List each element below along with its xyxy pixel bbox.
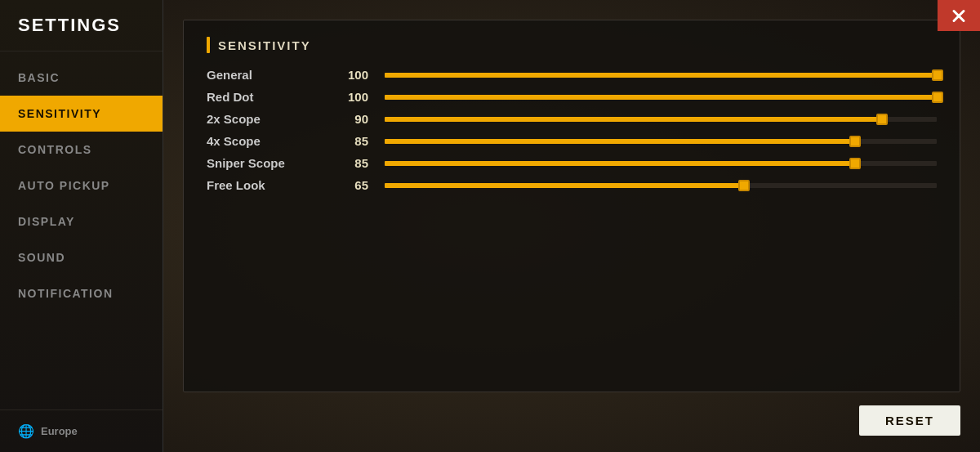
slider-track-wrap-4[interactable] [385, 157, 937, 170]
sidebar-nav: BASICSENSITIVITYCONTROLSAUTO PICKUPDISPL… [0, 51, 163, 409]
slider-track-3 [385, 139, 937, 144]
slider-track-2 [385, 117, 937, 122]
slider-fill-3 [385, 139, 854, 144]
slider-row-4: Sniper Scope85 [207, 156, 937, 170]
bottom-bar: RESET [183, 405, 960, 436]
slider-value-5: 65 [337, 178, 368, 192]
sidebar-item-display[interactable]: DISPLAY [0, 204, 163, 239]
slider-label-1: Red Dot [207, 90, 321, 104]
slider-track-wrap-2[interactable] [385, 113, 937, 126]
slider-value-1: 100 [337, 90, 368, 104]
panel-title: SENSITIVITY [218, 38, 311, 52]
slider-track-wrap-1[interactable] [385, 91, 937, 104]
slider-thumb-0[interactable] [932, 69, 943, 81]
slider-thumb-3[interactable] [849, 136, 861, 147]
slider-row-5: Free Look65 [207, 178, 937, 192]
slider-row-2: 2x Scope90 [207, 112, 937, 126]
slider-label-4: Sniper Scope [207, 156, 321, 170]
slider-fill-4 [385, 161, 854, 166]
sidebar-item-basic[interactable]: BASIC [0, 60, 163, 96]
close-button[interactable] [938, 0, 980, 31]
reset-button[interactable]: RESET [859, 405, 960, 436]
panel-header-bar [207, 37, 210, 53]
sidebar-item-sensitivity[interactable]: SENSITIVITY [0, 96, 163, 132]
slider-track-0 [385, 73, 937, 78]
slider-track-4 [385, 161, 937, 166]
panel-header: SENSITIVITY [207, 37, 937, 53]
sidebar-item-auto-pickup[interactable]: AUTO PICKUP [0, 168, 163, 204]
slider-row-0: General100 [207, 68, 937, 82]
sidebar-item-notification[interactable]: NOTIFICATION [0, 275, 163, 311]
slider-label-0: General [207, 68, 321, 82]
sidebar-item-controls[interactable]: CONTROLS [0, 132, 163, 168]
slider-thumb-4[interactable] [849, 158, 861, 169]
slider-label-2: 2x Scope [207, 112, 321, 126]
slider-track-wrap-0[interactable] [385, 69, 937, 82]
slider-fill-2 [385, 117, 881, 122]
slider-label-5: Free Look [207, 178, 321, 192]
settings-title: SETTINGS [0, 0, 163, 51]
slider-fill-5 [385, 183, 743, 188]
slider-row-1: Red Dot100 [207, 90, 937, 104]
region-label: Europe [41, 425, 78, 437]
globe-icon: 🌐 [18, 423, 34, 439]
sidebar-footer: 🌐 Europe [0, 409, 163, 452]
slider-track-wrap-3[interactable] [385, 135, 937, 148]
slider-track-wrap-5[interactable] [385, 179, 937, 192]
slider-thumb-1[interactable] [932, 92, 943, 103]
slider-fill-1 [385, 95, 937, 100]
settings-panel: SENSITIVITY General100Red Dot1002x Scope… [183, 20, 960, 392]
slider-row-3: 4x Scope85 [207, 134, 937, 148]
slider-track-1 [385, 95, 937, 100]
slider-thumb-2[interactable] [876, 114, 888, 125]
slider-value-0: 100 [337, 68, 368, 82]
sidebar-item-sound[interactable]: SOUND [0, 239, 163, 275]
slider-value-2: 90 [337, 112, 368, 126]
main-content: SENSITIVITY General100Red Dot1002x Scope… [163, 0, 980, 452]
slider-fill-0 [385, 73, 937, 78]
slider-value-4: 85 [337, 156, 368, 170]
slider-rows: General100Red Dot1002x Scope904x Scope85… [207, 68, 937, 192]
slider-value-3: 85 [337, 134, 368, 148]
slider-thumb-5[interactable] [738, 180, 750, 191]
slider-label-3: 4x Scope [207, 134, 321, 148]
slider-track-5 [385, 183, 937, 188]
sidebar: SETTINGS BASICSENSITIVITYCONTROLSAUTO PI… [0, 0, 163, 452]
